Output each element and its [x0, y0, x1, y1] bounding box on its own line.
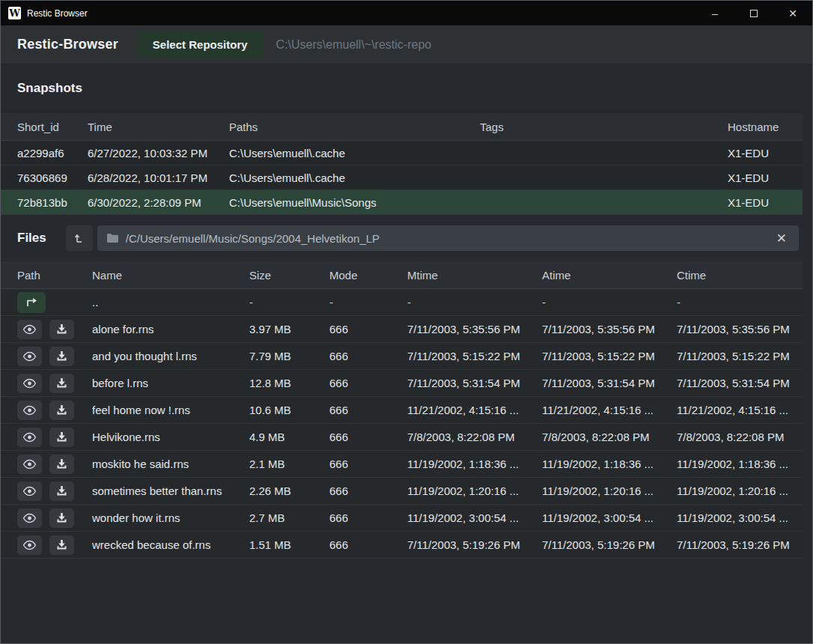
file-mode: 666 [329, 323, 407, 335]
go-up-level-button[interactable] [66, 225, 93, 251]
column-header-ctime[interactable]: Ctime [677, 269, 803, 282]
window-controls: – ✕ [695, 1, 812, 25]
parent-mtime: - [407, 296, 542, 309]
eye-icon [22, 459, 37, 470]
current-path-bar[interactable]: /C/Users/emuell/Music/Songs/2004_Helveti… [97, 225, 799, 251]
column-header-size[interactable]: Size [249, 269, 329, 282]
files-table-body: alone for.rns 3.97 MB 666 7/11/2003, 5:3… [1, 316, 812, 559]
file-row[interactable]: and you thought l.rns 7.79 MB 666 7/11/2… [1, 343, 803, 370]
file-ctime: 7/11/2003, 5:19:26 PM [677, 538, 803, 551]
download-file-button[interactable] [49, 535, 74, 555]
minimize-button[interactable]: – [695, 1, 734, 25]
file-mode: 666 [329, 458, 407, 470]
parent-name: .. [92, 296, 249, 309]
snapshot-short-id: 76306869 [17, 171, 88, 184]
file-name: alone for.rns [92, 323, 249, 335]
file-mode: 666 [329, 431, 407, 443]
parent-directory-icon [25, 297, 38, 308]
window-title: Restic Browser [27, 8, 88, 19]
app-logo-icon: W [8, 7, 21, 19]
column-header-time[interactable]: Time [88, 121, 229, 133]
snapshot-hostname: X1-EDU [728, 147, 803, 160]
file-ctime: 11/21/2002, 4:15:16 ... [677, 404, 803, 416]
navigate-parent-button[interactable] [17, 292, 46, 313]
column-header-mode[interactable]: Mode [329, 269, 407, 282]
snapshots-table-body: a2299af6 6/27/2022, 10:03:32 PM C:\Users… [1, 141, 812, 215]
preview-file-button[interactable] [17, 374, 42, 393]
file-name: feel home now !.rns [92, 404, 249, 416]
file-ctime: 11/19/2002, 3:00:54 ... [677, 511, 803, 524]
parent-atime: - [542, 296, 677, 309]
clear-path-button[interactable]: ✕ [772, 231, 791, 246]
file-row[interactable]: feel home now !.rns 10.6 MB 666 11/21/20… [1, 397, 803, 424]
close-button[interactable]: ✕ [773, 1, 812, 25]
download-icon [56, 431, 67, 443]
file-mtime: 7/11/2003, 5:31:54 PM [407, 377, 542, 389]
snapshot-short-id: a2299af6 [17, 147, 88, 160]
preview-file-button[interactable] [17, 320, 42, 339]
file-row[interactable]: wonder how it.rns 2.7 MB 666 11/19/2002,… [1, 505, 803, 532]
download-file-button[interactable] [49, 320, 74, 339]
file-atime: 11/21/2002, 4:15:16 ... [542, 404, 677, 416]
snapshot-row[interactable]: 76306869 6/28/2022, 10:01:17 PM C:\Users… [1, 165, 803, 190]
file-row[interactable]: alone for.rns 3.97 MB 666 7/11/2003, 5:3… [1, 316, 803, 343]
preview-file-button[interactable] [17, 428, 42, 447]
download-file-button[interactable] [49, 508, 74, 528]
column-header-atime[interactable]: Atime [542, 269, 677, 282]
parent-mode: - [329, 296, 407, 309]
file-name: moskito he said.rns [92, 458, 249, 470]
download-file-button[interactable] [49, 374, 74, 393]
column-header-short-id[interactable]: Short_id [17, 121, 88, 133]
file-mtime: 11/19/2002, 1:18:36 ... [407, 458, 542, 470]
file-name: sometimes better than.rns [92, 484, 249, 497]
download-file-button[interactable] [49, 455, 74, 474]
preview-file-button[interactable] [17, 401, 42, 420]
close-icon: ✕ [788, 7, 797, 19]
preview-file-button[interactable] [17, 347, 42, 366]
preview-file-button[interactable] [17, 535, 42, 555]
column-header-path[interactable]: Path [17, 269, 92, 282]
snapshot-row[interactable]: a2299af6 6/27/2022, 10:03:32 PM C:\Users… [1, 141, 803, 165]
file-atime: 7/11/2003, 5:15:22 PM [542, 350, 677, 362]
eye-icon [22, 486, 37, 496]
download-icon [56, 323, 67, 335]
file-mode: 666 [329, 377, 407, 389]
download-file-button[interactable] [49, 401, 74, 420]
file-size: 4.9 MB [249, 431, 329, 443]
column-header-hostname[interactable]: Hostname [728, 121, 803, 133]
download-file-button[interactable] [49, 428, 74, 447]
parent-ctime: - [677, 296, 803, 309]
snapshot-paths: C:\Users\emuell\.cache [229, 147, 480, 160]
file-row[interactable]: Helvikone.rns 4.9 MB 666 7/8/2003, 8:22:… [1, 424, 803, 451]
parent-directory-row[interactable]: .. - - - - - [1, 289, 803, 316]
file-atime: 7/11/2003, 5:19:26 PM [542, 538, 677, 551]
parent-size: - [249, 296, 329, 309]
file-size: 2.26 MB [249, 484, 329, 497]
file-mode: 666 [329, 404, 407, 416]
files-heading: Files [17, 231, 46, 246]
select-repository-button[interactable]: Select Repository [138, 31, 263, 58]
maximize-button[interactable] [734, 1, 773, 25]
preview-file-button[interactable] [17, 455, 42, 474]
download-file-button[interactable] [49, 347, 74, 366]
file-row[interactable]: wrecked because of.rns 1.51 MB 666 7/11/… [1, 532, 803, 559]
repository-path[interactable]: C:\Users\emuell\~\restic-repo [276, 38, 432, 52]
file-name: and you thought l.rns [92, 350, 249, 362]
column-header-paths[interactable]: Paths [229, 121, 480, 133]
column-header-tags[interactable]: Tags [480, 121, 728, 133]
level-up-icon [73, 232, 85, 244]
column-header-mtime[interactable]: Mtime [407, 269, 542, 282]
eye-icon [22, 405, 37, 416]
snapshots-table-header: Short_id Time Paths Tags Hostname [1, 113, 803, 141]
download-icon [56, 458, 67, 470]
file-size: 2.7 MB [249, 511, 329, 524]
file-row[interactable]: sometimes better than.rns 2.26 MB 666 11… [1, 478, 803, 505]
preview-file-button[interactable] [17, 482, 42, 501]
file-row[interactable]: moskito he said.rns 2.1 MB 666 11/19/200… [1, 451, 803, 478]
download-file-button[interactable] [49, 482, 74, 501]
snapshot-time: 6/30/2022, 2:28:09 PM [88, 196, 229, 209]
preview-file-button[interactable] [17, 508, 42, 528]
column-header-name[interactable]: Name [92, 269, 249, 282]
file-row[interactable]: before l.rns 12.8 MB 666 7/11/2003, 5:31… [1, 370, 803, 397]
snapshot-row[interactable]: 72b813bb 6/30/2022, 2:28:09 PM C:\Users\… [1, 190, 803, 215]
